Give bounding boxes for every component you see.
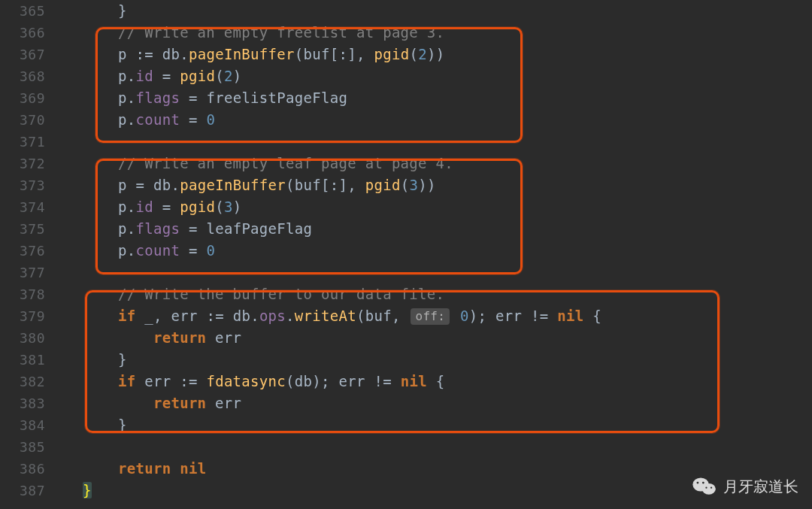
ident-db: db xyxy=(153,177,171,193)
ident-err: err xyxy=(495,308,522,324)
ident-db: db xyxy=(162,46,180,62)
line-number: 382 xyxy=(0,371,59,392)
brace-close: } xyxy=(118,417,127,433)
code-line[interactable]: return nil xyxy=(59,458,812,480)
num-2: 2 xyxy=(418,46,427,62)
ident-buf: buf xyxy=(365,308,392,324)
line-number: 385 xyxy=(0,436,59,458)
ident-err: err xyxy=(144,373,171,389)
line-number: 376 xyxy=(0,240,59,262)
call-pgid: pgid xyxy=(365,177,401,193)
code-line[interactable] xyxy=(59,436,812,458)
comment: // Write an empty freelist at page 3. xyxy=(118,24,444,41)
op-assign: := xyxy=(180,373,197,389)
slice-op: [:] xyxy=(330,46,356,62)
call-pgid: pgid xyxy=(180,198,215,215)
field-flags: flags xyxy=(135,89,180,106)
blank-ident: _ xyxy=(144,308,153,324)
kw-if: if xyxy=(118,373,135,389)
line-number: 378 xyxy=(0,283,59,305)
op-eq: = xyxy=(189,242,198,259)
code-line[interactable]: } xyxy=(59,480,812,501)
line-number: 367 xyxy=(0,44,59,65)
code-line[interactable]: } xyxy=(59,414,812,436)
line-number: 375 xyxy=(0,218,59,240)
op-ne: != xyxy=(531,308,548,324)
line-number: 370 xyxy=(0,109,59,131)
line-number: 373 xyxy=(0,174,59,196)
kw-return: return xyxy=(118,460,171,477)
line-number: 381 xyxy=(0,349,59,371)
ident-err: err xyxy=(215,329,241,346)
line-number-gutter: 365 366 367 368 369 370 371 372 373 374 … xyxy=(0,0,59,509)
code-line[interactable]: p.id = pgid(3) xyxy=(59,196,812,218)
ident-buf: buf xyxy=(295,177,321,193)
code-line[interactable]: } xyxy=(59,349,812,371)
comment: // Write the buffer to our data file. xyxy=(118,286,444,302)
ident-buf: buf xyxy=(304,46,330,62)
line-number: 369 xyxy=(0,87,59,109)
num-3: 3 xyxy=(409,177,418,193)
line-number: 383 xyxy=(0,392,59,414)
code-line[interactable]: p := db.pageInBuffer(buf[:], pgid(2)) xyxy=(59,44,812,65)
code-line[interactable]: // Write an empty freelist at page 3. xyxy=(59,22,812,44)
brace-close: } xyxy=(118,351,127,368)
const-freelistpageflag: freelistPageFlag xyxy=(206,89,347,106)
line-number: 379 xyxy=(0,305,59,327)
line-number: 371 xyxy=(0,131,59,153)
comment: // Write an empty leaf page at page 4. xyxy=(118,155,453,171)
ident-p: p xyxy=(118,68,127,84)
ident-p: p xyxy=(118,46,127,62)
call-pgid: pgid xyxy=(180,68,215,84)
slice-op: [:] xyxy=(321,177,347,193)
code-line[interactable]: p = db.pageInBuffer(buf[:], pgid(3)) xyxy=(59,174,812,196)
num-0: 0 xyxy=(206,242,215,259)
field-flags: flags xyxy=(135,220,180,237)
ident-err: err xyxy=(339,373,365,389)
code-editor[interactable]: 365 366 367 368 369 370 371 372 373 374 … xyxy=(0,0,812,509)
num-0: 0 xyxy=(460,308,469,324)
code-line[interactable]: return err xyxy=(59,327,812,349)
code-line[interactable]: return err xyxy=(59,392,812,414)
code-line[interactable]: p.count = 0 xyxy=(59,240,812,262)
code-line[interactable]: p.flags = leafPageFlag xyxy=(59,218,812,240)
code-line[interactable]: p.count = 0 xyxy=(59,109,812,131)
code-line[interactable]: if err := fdatasync(db); err != nil { xyxy=(59,371,812,392)
field-ops: ops xyxy=(259,308,286,324)
param-hint-off: off: xyxy=(411,308,450,325)
code-line[interactable]: // Write an empty leaf page at page 4. xyxy=(59,153,812,174)
code-area[interactable]: } // Write an empty freelist at page 3. … xyxy=(59,0,812,509)
code-line[interactable]: if _, err := db.ops.writeAt(buf, off: 0)… xyxy=(59,305,812,327)
op-eq: = xyxy=(162,68,171,84)
op-eq: = xyxy=(189,89,198,106)
op-ne: != xyxy=(374,373,392,389)
call-pgid: pgid xyxy=(374,46,409,62)
ident-p: p xyxy=(118,89,127,106)
ident-err: err xyxy=(171,308,197,324)
line-number: 386 xyxy=(0,458,59,480)
line-number: 365 xyxy=(0,0,59,22)
kw-if: if xyxy=(118,308,135,324)
brace-open: { xyxy=(592,308,601,324)
field-count: count xyxy=(135,111,180,128)
kw-nil: nil xyxy=(557,308,583,324)
code-line[interactable] xyxy=(59,262,812,283)
code-line[interactable] xyxy=(59,131,812,153)
op-eq: = xyxy=(189,220,198,237)
field-id: id xyxy=(135,68,153,84)
line-number: 377 xyxy=(0,262,59,283)
line-number: 366 xyxy=(0,22,59,44)
num-0: 0 xyxy=(206,111,215,128)
code-line[interactable]: p.id = pgid(2) xyxy=(59,65,812,87)
call-writeat: writeAt xyxy=(295,308,356,324)
kw-return: return xyxy=(153,329,206,346)
field-id: id xyxy=(135,198,153,215)
ident-db: db xyxy=(295,373,312,389)
kw-return: return xyxy=(153,395,206,411)
kw-nil: nil xyxy=(180,460,206,477)
code-line[interactable]: } xyxy=(59,0,812,22)
line-number: 380 xyxy=(0,327,59,349)
brace-open: { xyxy=(436,373,445,389)
code-line[interactable]: // Write the buffer to our data file. xyxy=(59,283,812,305)
code-line[interactable]: p.flags = freelistPageFlag xyxy=(59,87,812,109)
